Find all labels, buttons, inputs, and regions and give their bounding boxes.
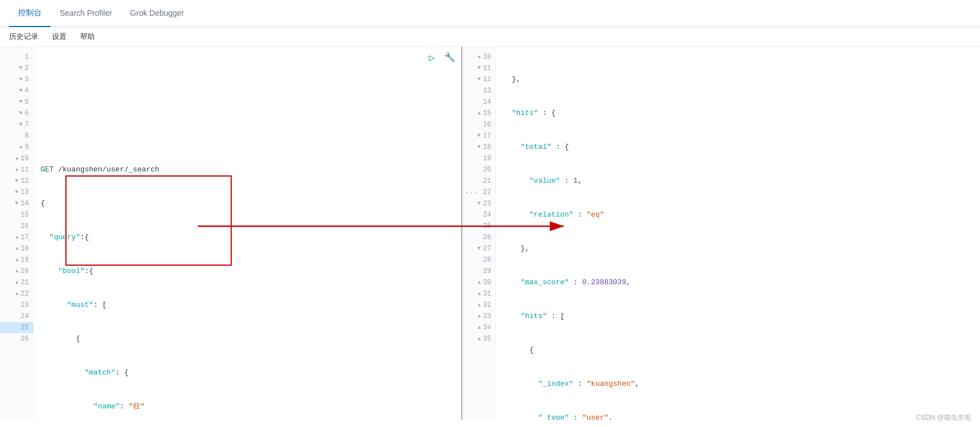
rcode-14: "relation" : "eq": [496, 209, 980, 221]
tab-console[interactable]: 控制台: [9, 0, 51, 27]
rcode-20: "_type" : "user",: [496, 412, 980, 420]
rln-10: ▲10: [462, 51, 496, 63]
ln-21: ▲21: [0, 277, 33, 288]
rcode-11: "hits" : {: [496, 108, 980, 119]
subnav-help[interactable]: 帮助: [80, 32, 95, 42]
rcode-17: "hits" : [: [496, 311, 980, 322]
line-numbers-left: 1 ▼2 ▼3 ▼4 ▼5 ▼6 ▼7 8 ▲9 ▲10 ▲11 ▼12 ▼13…: [0, 47, 34, 420]
watermark: CSDN @喵先生呢: [916, 413, 971, 420]
subnav-settings[interactable]: 设置: [52, 32, 67, 42]
ln-2: ▼2: [0, 63, 33, 74]
play-icon[interactable]: ▷: [425, 51, 439, 65]
ln-13: ▼13: [0, 187, 33, 198]
ln-18: ▲18: [0, 243, 33, 254]
ln-9: ▲9: [0, 142, 33, 153]
rcode-15: },: [496, 243, 980, 254]
rln-26: 26: [462, 232, 496, 243]
rln-16: 16: [462, 119, 496, 130]
code-line-4: "bool":{: [34, 266, 461, 277]
ln-19: ▲19: [0, 254, 33, 266]
ln-12: ▼12: [0, 175, 33, 187]
editor-toolbar: ▷ 🔧: [425, 51, 457, 65]
code-editor[interactable]: 1 ▼2 ▼3 ▼4 ▼5 ▼6 ▼7 8 ▲9 ▲10 ▲11 ▼12 ▼13…: [0, 47, 461, 420]
rcode-13: "value" : 1,: [496, 175, 980, 187]
rln-23: ▼23: [462, 198, 496, 209]
rln-19: 19: [462, 153, 496, 164]
ln-26: 26: [0, 333, 33, 345]
ln-16: 16: [0, 221, 33, 232]
rcode-16: "max_score" : 0.23883039,: [496, 277, 980, 288]
rln-12: ▼12: [462, 74, 496, 85]
tab-search-profiler[interactable]: Search Profiler: [51, 0, 121, 27]
rln-30: ▲30: [462, 277, 496, 288]
code-line-2: {: [34, 198, 461, 209]
line-numbers-right: ▲10 ▼11 ▼12 13 14 ▲15 16 ▼17 ▼18 19 20 2…: [462, 47, 496, 420]
rln-31: ▲31: [462, 288, 496, 300]
sub-nav: 历史记录 设置 帮助: [0, 27, 980, 47]
ellipsis: ...: [462, 187, 478, 195]
ln-5: ▼5: [0, 96, 33, 108]
rcode-10: },: [496, 74, 980, 85]
code-line-3: "query":{: [34, 232, 461, 243]
filter-highlight-box: [65, 175, 232, 266]
ln-3: ▼3: [0, 74, 33, 85]
subnav-history[interactable]: 历史记录: [9, 32, 38, 42]
code-line-5: "must": [: [34, 300, 461, 311]
rcode-12: "total" : {: [496, 142, 980, 153]
code-line-7: "match": {: [34, 367, 461, 378]
ln-6: ▼6: [0, 108, 33, 119]
rln-17: ▼17: [462, 130, 496, 142]
rcode-19: "_index" : "kuangshen",: [496, 378, 980, 390]
code-line-1: GET /kuangshen/user/_search: [34, 164, 461, 175]
ln-11: ▲11: [0, 164, 33, 175]
left-code-panel: 1 ▼2 ▼3 ▼4 ▼5 ▼6 ▼7 8 ▲9 ▲10 ▲11 ▼12 ▼13…: [0, 47, 462, 420]
wrench-icon[interactable]: 🔧: [443, 51, 457, 65]
rln-35: ▲35: [462, 333, 496, 345]
ln-4: ▼4: [0, 85, 33, 96]
rln-24: 24: [462, 209, 496, 221]
ln-15: 15: [0, 209, 33, 221]
ln-7: ▼7: [0, 119, 33, 130]
main-area: 1 ▼2 ▼3 ▼4 ▼5 ▼6 ▼7 8 ▲9 ▲10 ▲11 ▼12 ▼13…: [0, 47, 980, 420]
tab-grok-debugger[interactable]: Grok Debugger: [121, 0, 193, 27]
ln-17: ▲17: [0, 232, 33, 243]
rcode-18: {: [496, 345, 980, 356]
ln-23: 23: [0, 300, 33, 311]
code-content-left[interactable]: ▷ 🔧 GET /kuangshen/user/_search { "query…: [34, 47, 461, 420]
ln-8: 8: [0, 130, 33, 142]
code-line-8: "name": "狂": [34, 401, 461, 412]
rln-29: 29: [462, 266, 496, 277]
rln-32: ▲32: [462, 300, 496, 311]
code-content-right: }, "hits" : { "total" : { "value" : 1, "…: [496, 47, 980, 420]
rln-14: 14: [462, 96, 496, 108]
top-nav: 控制台 Search Profiler Grok Debugger: [0, 0, 980, 27]
ln-22: ▲22: [0, 288, 33, 300]
rln-18: ▼18: [462, 142, 496, 153]
rln-34: ▲34: [462, 322, 496, 333]
rln-33: ▲33: [462, 311, 496, 322]
right-panel-wrapper: ... ▲10 ▼11 ▼12 13 14 ▲15 16 ▼17 ▼18 19 …: [462, 47, 980, 420]
ln-25: 25: [0, 322, 33, 333]
rln-27: ▼27: [462, 243, 496, 254]
rln-15: ▲15: [462, 108, 496, 119]
ln-24: 24: [0, 311, 33, 322]
rln-20: 20: [462, 164, 496, 175]
rln-13: 13: [462, 85, 496, 96]
ln-10: ▲10: [0, 153, 33, 164]
rln-25: 25: [462, 221, 496, 232]
ln-1: 1: [0, 51, 33, 63]
ln-20: ▲20: [0, 266, 33, 277]
result-editor[interactable]: ▲10 ▼11 ▼12 13 14 ▲15 16 ▼17 ▼18 19 20 2…: [462, 47, 980, 420]
code-line-6: {: [34, 333, 461, 345]
rln-28: 28: [462, 254, 496, 266]
ln-14: ▼14: [0, 198, 33, 209]
rln-21: 21: [462, 175, 496, 187]
rln-11: ▼11: [462, 63, 496, 74]
